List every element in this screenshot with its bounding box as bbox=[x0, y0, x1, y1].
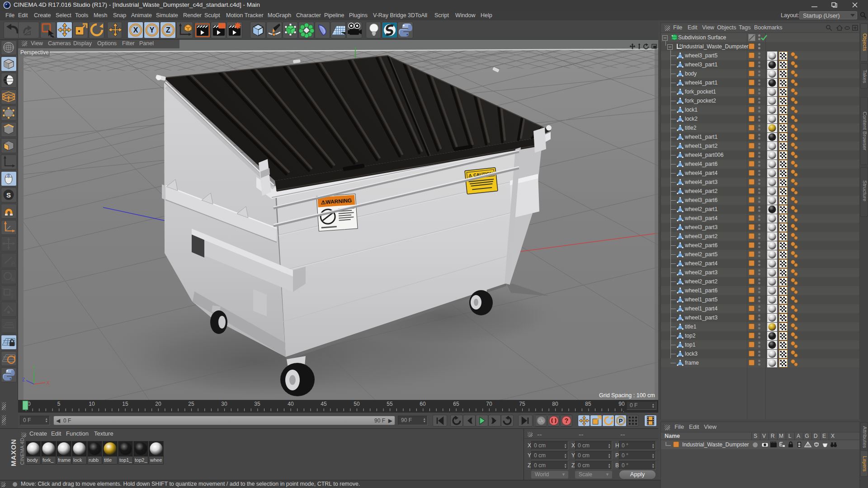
svg-text:Grid Spacing : 100 cm: Grid Spacing : 100 cm bbox=[599, 392, 655, 399]
svg-text:R: R bbox=[11, 277, 15, 282]
svg-text:85: 85 bbox=[585, 401, 591, 407]
svg-text:60: 60 bbox=[420, 401, 426, 407]
svg-text:75: 75 bbox=[519, 401, 525, 407]
svg-text:Z: Z bbox=[22, 377, 25, 382]
svg-text:?: ? bbox=[564, 417, 568, 424]
svg-text:90: 90 bbox=[618, 401, 625, 407]
svg-text:P: P bbox=[11, 261, 14, 266]
svg-text:35: 35 bbox=[254, 401, 260, 407]
svg-text:45: 45 bbox=[321, 401, 327, 407]
svg-text:55: 55 bbox=[387, 401, 393, 407]
svg-text:80: 80 bbox=[552, 401, 558, 407]
svg-text:5: 5 bbox=[57, 401, 61, 407]
svg-text:Y: Y bbox=[33, 366, 36, 371]
svg-text:S: S bbox=[6, 191, 11, 199]
svg-text:10: 10 bbox=[89, 401, 95, 407]
svg-text:70: 70 bbox=[486, 401, 492, 407]
svg-text:Perspective: Perspective bbox=[20, 49, 49, 56]
svg-text:X: X bbox=[133, 26, 138, 34]
svg-text:20: 20 bbox=[155, 401, 161, 407]
svg-text:P: P bbox=[618, 418, 623, 424]
svg-text:Z: Z bbox=[166, 26, 170, 34]
svg-text:15: 15 bbox=[122, 401, 128, 407]
svg-text:X: X bbox=[47, 380, 50, 385]
svg-text:50: 50 bbox=[354, 401, 360, 407]
svg-text:R: R bbox=[11, 296, 14, 300]
svg-text:40: 40 bbox=[288, 401, 294, 407]
svg-text:25: 25 bbox=[188, 401, 194, 407]
svg-text:65: 65 bbox=[453, 401, 459, 407]
svg-text:30: 30 bbox=[221, 401, 227, 407]
svg-text:Y: Y bbox=[150, 26, 155, 34]
